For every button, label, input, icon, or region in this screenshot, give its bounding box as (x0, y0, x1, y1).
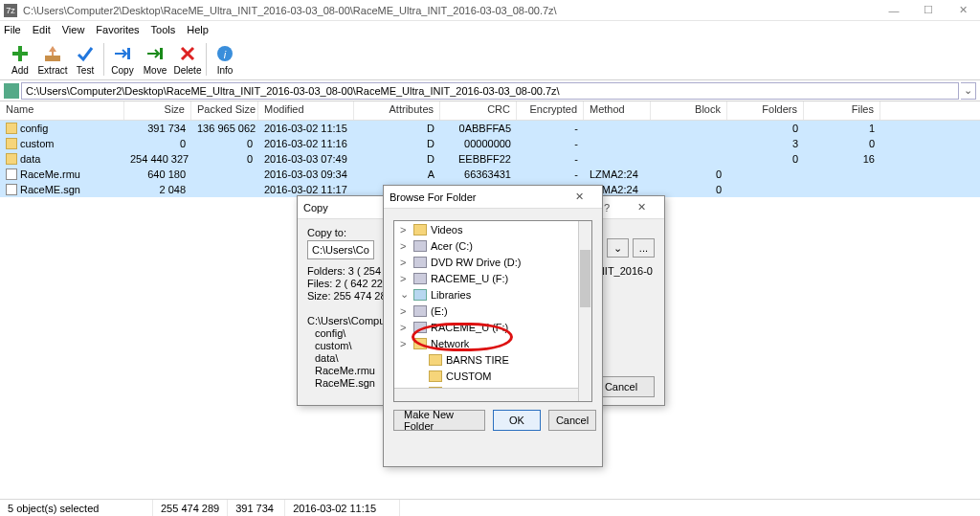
copy-path-dropdown[interactable]: ⌄ (607, 238, 629, 258)
copy-icon (112, 43, 133, 64)
col-files[interactable]: Files (804, 101, 880, 120)
test-button[interactable]: Test (69, 43, 101, 76)
col-name[interactable]: Name (0, 101, 124, 120)
browse-cancel-button[interactable]: Cancel (548, 410, 596, 431)
folder-icon (429, 354, 442, 366)
status-selected: 5 object(s) selected (0, 500, 153, 516)
tree-item-label: CUSTOM (446, 370, 491, 382)
expander-icon[interactable]: > (400, 240, 410, 252)
svg-rect-3 (127, 48, 130, 59)
browse-close-button[interactable]: ✕ (562, 191, 596, 203)
folder-icon (413, 224, 427, 236)
tree-item[interactable]: ⌄Libraries (394, 286, 591, 303)
tree-item[interactable]: >RACEME_U (F:) (394, 270, 591, 286)
col-crc[interactable]: CRC (440, 101, 517, 120)
copy-button[interactable]: Copy (106, 43, 139, 76)
table-row[interactable]: config391 734136 965 0622016-03-02 11:15… (0, 121, 980, 136)
maximize-button[interactable]: ☐ (911, 0, 946, 21)
status-date: 2016-03-02 11:15 (285, 500, 400, 516)
window-title: C:\Users\Computer2\Desktop\RaceME_Ultra_… (23, 5, 877, 16)
app-icon: 7z (4, 4, 17, 17)
copy-to-input[interactable] (307, 240, 374, 259)
add-button[interactable]: Add (4, 43, 36, 76)
folder-icon (429, 370, 442, 382)
menu-favorites[interactable]: Favorites (96, 24, 139, 35)
folder-icon (6, 123, 17, 134)
path-icon (4, 83, 19, 99)
move-button[interactable]: Move (139, 43, 171, 76)
menu-view[interactable]: View (62, 24, 85, 35)
tree-item[interactable]: >DVD RW Drive (D:) (394, 254, 591, 270)
svg-rect-2 (45, 56, 60, 61)
tree-item[interactable]: >Network (394, 335, 591, 351)
tree-item-label: RACEME_U (F:) (431, 273, 508, 284)
menu-file[interactable]: File (4, 24, 21, 35)
menu-tools[interactable]: Tools (151, 24, 176, 35)
expander-icon[interactable]: ⌄ (400, 288, 410, 301)
browse-folder-dialog: Browse For Folder ✕ >Videos>Acer (C:)>DV… (383, 185, 603, 467)
expander-icon[interactable]: > (400, 338, 410, 349)
delete-icon (177, 43, 198, 64)
tree-item[interactable]: >RACEME_U (F:) (394, 319, 591, 335)
col-modified[interactable]: Modified (258, 101, 354, 120)
drive-icon (413, 273, 427, 284)
folder-icon (413, 338, 427, 349)
col-size[interactable]: Size (124, 101, 191, 120)
browse-dialog-title: Browse For Folder (390, 191, 562, 203)
folder-tree[interactable]: >Videos>Acer (C:)>DVD RW Drive (D:)>RACE… (393, 220, 592, 402)
tree-item[interactable]: >Acer (C:) (394, 237, 591, 254)
delete-button[interactable]: Delete (171, 43, 204, 76)
file-icon (6, 168, 17, 180)
folder-icon (6, 153, 17, 165)
drive-icon (413, 257, 427, 268)
tree-scrollbar-h[interactable] (394, 388, 578, 401)
copy-browse-button[interactable]: ... (633, 238, 655, 258)
move-icon (145, 43, 166, 64)
svg-rect-1 (12, 52, 28, 56)
tree-item[interactable]: >(E:) (394, 303, 591, 319)
drive-icon (413, 322, 427, 333)
tree-item[interactable]: >Videos (394, 221, 591, 237)
expander-icon[interactable]: > (400, 224, 410, 236)
extract-button[interactable]: Extract (36, 43, 69, 76)
path-input[interactable] (21, 82, 959, 100)
tree-item-label: (E:) (431, 305, 448, 317)
minimize-button[interactable]: — (877, 0, 911, 21)
col-block[interactable]: Block (651, 101, 727, 120)
column-headers: Name Size Packed Size Modified Attribute… (0, 101, 980, 121)
status-size-sum: 255 474 289 (153, 500, 228, 516)
tree-item-label: Network (431, 338, 469, 349)
table-row[interactable]: data254 440 32702016-03-03 07:49DEEBBFF2… (0, 151, 980, 167)
tree-item[interactable]: CUSTOM (394, 368, 591, 384)
copy-close-button[interactable]: ✕ (624, 201, 658, 213)
window-titlebar: 7z C:\Users\Computer2\Desktop\RaceME_Ult… (0, 0, 980, 21)
tree-item[interactable]: BARNS TIRE (394, 351, 591, 368)
browse-ok-button[interactable]: OK (493, 410, 541, 431)
info-button[interactable]: iInfo (209, 43, 241, 76)
col-folders[interactable]: Folders (727, 101, 804, 120)
table-row[interactable]: custom002016-03-02 11:16D00000000-30 (0, 136, 980, 151)
drive-icon (413, 305, 427, 317)
make-new-folder-button[interactable]: Make New Folder (393, 410, 485, 431)
library-icon (413, 289, 427, 301)
col-encrypted[interactable]: Encrypted (517, 101, 584, 120)
path-dropdown[interactable]: ⌄ (961, 82, 976, 100)
col-method[interactable]: Method (584, 101, 651, 120)
tree-item-label: DVD RW Drive (D:) (431, 257, 522, 268)
expander-icon[interactable]: > (400, 257, 410, 268)
col-attributes[interactable]: Attributes (354, 101, 440, 120)
close-button[interactable]: ✕ (946, 0, 980, 21)
test-icon (75, 43, 96, 64)
status-bar: 5 object(s) selected 255 474 289 391 734… (0, 499, 980, 516)
tree-scrollbar-v[interactable] (578, 221, 591, 401)
expander-icon[interactable]: > (400, 273, 410, 284)
menu-edit[interactable]: Edit (33, 24, 51, 35)
menu-help[interactable]: Help (187, 24, 209, 35)
tree-item-label: Acer (C:) (431, 240, 473, 252)
tree-item-label: Videos (431, 224, 462, 236)
table-row[interactable]: RaceMe.rmu640 1802016-03-03 09:34A663634… (0, 167, 980, 182)
expander-icon[interactable]: > (400, 322, 410, 333)
col-packed[interactable]: Packed Size (191, 101, 258, 120)
folder-icon (6, 138, 17, 149)
expander-icon[interactable]: > (400, 305, 410, 317)
